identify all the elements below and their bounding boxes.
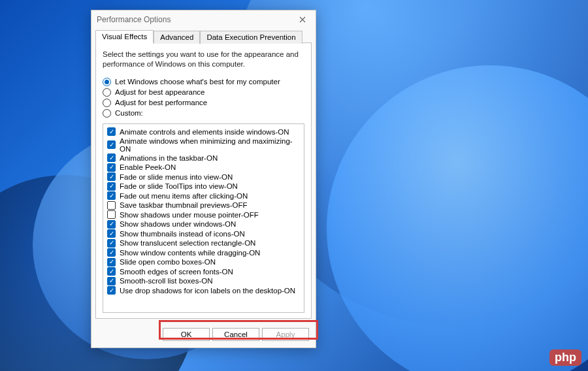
effect-label: Show window contents while dragging-ON [120,249,260,257]
ok-button[interactable]: OK [163,328,210,341]
radio-option[interactable]: Adjust for best appearance [103,88,304,97]
effect-label: Fade or slide ToolTips into view-ON [120,182,238,190]
radio-icon [103,88,111,97]
tab-advanced[interactable]: Advanced [154,31,200,44]
checkbox-icon[interactable] [107,140,116,149]
effect-item: Show shadows under windows-ON [107,220,300,229]
tabs: Visual EffectsAdvancedData Execution Pre… [91,30,316,43]
effect-item: Show shadows under mouse pointer-OFF [107,210,300,219]
effect-label: Animate windows when minimizing and maxi… [120,137,300,153]
effect-label: Show thumbnails instead of icons-ON [120,230,245,238]
watermark: php [549,349,581,366]
checkbox-icon[interactable] [107,127,116,136]
effect-item: Show window contents while dragging-ON [107,248,300,257]
effect-label: Fade or slide menus into view-ON [120,173,233,181]
effect-label: Animations in the taskbar-ON [120,154,218,162]
effect-label: Enable Peek-ON [120,163,176,171]
checkbox-icon[interactable] [107,220,116,229]
effect-item: Show thumbnails instead of icons-ON [107,229,300,238]
radio-option[interactable]: Adjust for best performance [103,99,304,107]
effect-label: Save taskbar thumbnail previews-OFF [120,201,248,209]
radio-label: Let Windows choose what's best for my co… [115,78,280,86]
radio-icon [103,78,111,86]
checkbox-icon[interactable] [107,277,116,285]
effect-label: Use drop shadows for icon labels on the … [120,287,295,295]
effect-item: Fade or slide ToolTips into view-ON [107,182,300,191]
effect-label: Smooth-scroll list boxes-ON [120,277,213,285]
radio-option[interactable]: Custom: [103,109,304,118]
effect-item: Animate windows when minimizing and maxi… [107,137,300,153]
effect-item: Fade out menu items after clicking-ON [107,191,300,200]
panel-description: Select the settings you want to use for … [103,50,304,69]
checkbox-icon[interactable] [107,239,116,248]
checkbox-icon[interactable] [107,210,116,219]
cancel-button[interactable]: Cancel [212,328,259,341]
effect-item: Save taskbar thumbnail previews-OFF [107,201,300,210]
effect-label: Show shadows under windows-ON [120,220,236,228]
close-icon [299,16,306,23]
checkbox-icon[interactable] [107,182,116,191]
effect-label: Animate controls and elements inside win… [120,128,289,136]
effect-label: Show translucent selection rectangle-ON [120,239,255,247]
dialog-title: Performance Options [97,15,295,24]
effect-item: Fade or slide menus into view-ON [107,172,300,181]
checkbox-icon[interactable] [107,153,116,162]
checkbox-icon[interactable] [107,258,116,266]
radio-icon [103,99,111,107]
radio-label: Adjust for best performance [115,99,207,106]
checkbox-icon[interactable] [107,248,116,257]
effect-label: Show shadows under mouse pointer-OFF [120,211,259,219]
effect-item: Animate controls and elements inside win… [107,127,300,136]
titlebar: Performance Options [91,10,316,29]
effect-item: Enable Peek-ON [107,163,300,172]
effect-item: Smooth edges of screen fonts-ON [107,267,300,276]
effect-item: Use drop shadows for icon labels on the … [107,286,300,295]
effect-item: Slide open combo boxes-ON [107,258,300,266]
dialog-buttons: OK Cancel Apply [91,323,316,347]
effect-item: Show translucent selection rectangle-ON [107,239,300,248]
checkbox-icon[interactable] [107,201,116,210]
effect-item: Smooth-scroll list boxes-ON [107,277,300,285]
close-button[interactable] [295,13,310,26]
checkbox-icon[interactable] [107,267,116,276]
effect-label: Fade out menu items after clicking-ON [120,192,248,200]
radio-icon [103,109,111,118]
visual-effects-panel: Select the settings you want to use for … [95,42,312,319]
tab-visual-effects[interactable]: Visual Effects [95,30,154,43]
effect-item: Animations in the taskbar-ON [107,153,300,162]
radio-label: Adjust for best appearance [115,88,204,96]
checkbox-icon[interactable] [107,163,116,172]
apply-button[interactable]: Apply [262,328,309,341]
checkbox-icon[interactable] [107,191,116,200]
effect-label: Slide open combo boxes-ON [120,258,216,266]
effect-label: Smooth edges of screen fonts-ON [120,268,233,276]
checkbox-icon[interactable] [107,229,116,238]
radio-label: Custom: [115,109,143,117]
checkbox-icon[interactable] [107,286,116,295]
performance-options-dialog: Performance Options Visual EffectsAdvanc… [91,10,316,348]
radio-option[interactable]: Let Windows choose what's best for my co… [103,78,304,86]
tab-data-execution-prevention[interactable]: Data Execution Prevention [200,31,302,44]
effects-list[interactable]: Animate controls and elements inside win… [103,123,304,313]
checkbox-icon[interactable] [107,172,116,181]
